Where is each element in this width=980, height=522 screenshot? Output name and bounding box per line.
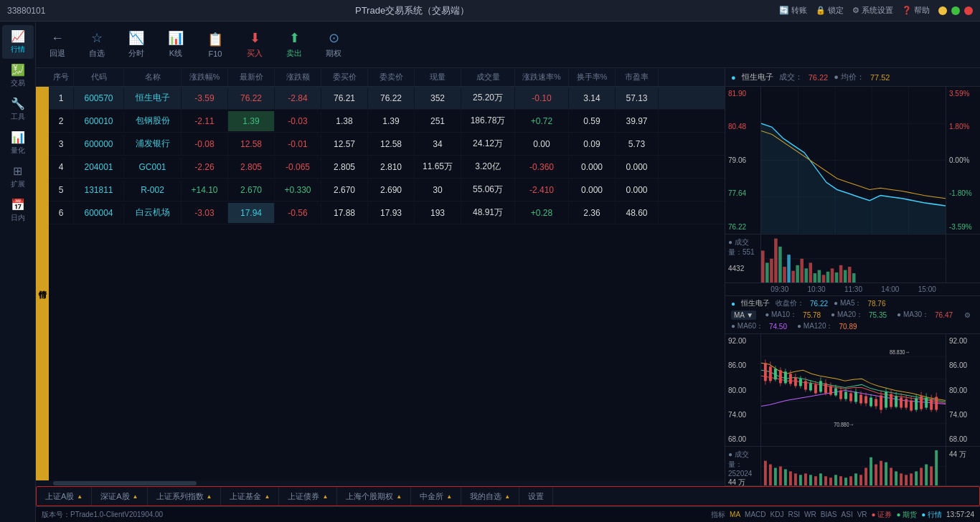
col-turnover: 换手率% [569, 68, 616, 86]
indicator-tab-vr[interactable]: VR [857, 511, 867, 518]
pct-3: -1.80% [949, 189, 977, 197]
indicator-tab-asi[interactable]: ASI [842, 511, 853, 518]
side-tab-market[interactable]: 行情 [36, 87, 49, 480]
table-row[interactable]: 5 131811 R-002 +14.10 2.670 +0.330 2.670… [49, 179, 725, 201]
kline-y-2: 80.00 [728, 386, 758, 394]
indicator-tab-zhibiao[interactable]: 指标 [711, 510, 725, 520]
ma-select[interactable]: MA ▼ [731, 310, 756, 320]
sidebar-item-quant[interactable]: 📊 量化 [2, 126, 34, 160]
table-row[interactable]: 6 600004 白云机场 -3.03 17.94 -0.56 17.88 17… [49, 201, 725, 224]
sidebar-item-trade[interactable]: 💹 交易 [2, 59, 34, 92]
sidebar-item-expand[interactable]: ⊞ 扩展 [2, 160, 34, 194]
svg-marker-7 [761, 123, 946, 234]
horizontal-scrollbar[interactable] [36, 480, 725, 486]
cell-amount: 55.06万 [461, 179, 515, 201]
watchlist-button[interactable]: ☆ 自选 [83, 27, 111, 62]
transfer-btn[interactable]: 🔄 转账 [779, 5, 807, 16]
indicator-tab-ma[interactable]: MA [730, 511, 740, 518]
kline-button[interactable]: 📊 K线 [161, 27, 190, 62]
svg-rect-135 [900, 473, 903, 485]
cell-sell: 12.58 [368, 134, 415, 154]
settings-btn[interactable]: ⚙ 系统设置 [852, 5, 893, 16]
back-button[interactable]: ← 回退 [43, 28, 72, 62]
indicator-tab-wr[interactable]: WR [804, 511, 816, 518]
table-row[interactable]: 4 204001 GC001 -2.26 2.805 -0.065 2.805 … [49, 156, 725, 179]
tab-shzc-bond[interactable]: 上证债券 ▲ [279, 487, 337, 506]
minimize-btn[interactable] [938, 6, 947, 15]
tab-my-watchlist[interactable]: 我的自选 ▲ [461, 487, 519, 506]
tab-shenzhen-a[interactable]: 上证A股 ▲ [37, 487, 92, 506]
ma30-val: 76.47 [935, 311, 953, 319]
kline-y-top: 92.00 [728, 337, 758, 345]
vol-label: ● 成交量：551 [728, 237, 758, 257]
version-info: 版本号：PTrade1.0-ClientV201904.00 [42, 510, 163, 520]
cell-seq: 4 [49, 157, 74, 177]
chart-dot-price: ● [731, 73, 736, 82]
svg-rect-118 [814, 476, 817, 485]
chart-deal-price: 76.22 [809, 73, 829, 82]
svg-rect-14 [783, 267, 786, 283]
indicator-tab-macd[interactable]: MACD [745, 511, 765, 518]
cell-speed: -0.10 [515, 88, 569, 108]
cell-name: GC001 [124, 157, 182, 177]
options-button[interactable]: ⊙ 期权 [319, 27, 348, 62]
y-price-3: 77.64 [728, 189, 758, 197]
tab-settings[interactable]: 设置 [519, 487, 553, 506]
title-bar: 33880101 PTrade交易系统（交易端） 🔄 转账 🔒 锁定 ⚙ 系统设… [0, 0, 980, 22]
table-row[interactable]: 1 600570 恒生电子 -3.59 76.22 -2.84 76.21 76… [49, 87, 725, 110]
tab-shzcf-arrow: ▲ [264, 493, 270, 500]
sell-icon: ⬆ [289, 30, 300, 46]
sidebar-label-trade: 交易 [11, 78, 25, 88]
tab-shenzen-a[interactable]: 深证A股 ▲ [92, 487, 147, 506]
tab-mwl-label: 我的自选 [470, 491, 501, 502]
tab-zjj[interactable]: 中金所 ▲ [411, 487, 461, 506]
sidebar-item-market[interactable]: 📈 行情 [2, 25, 34, 59]
tools-icon: 🔧 [11, 97, 25, 110]
sidebar-item-tools[interactable]: 🔧 工具 [2, 92, 34, 126]
help-btn[interactable]: ❓ 帮助 [902, 5, 930, 16]
svg-rect-13 [778, 247, 782, 283]
indicator-tab-kdj[interactable]: KDJ [771, 511, 784, 518]
sell-button[interactable]: ⬆ 卖出 [280, 27, 308, 62]
current-time: 13:57:24 [946, 511, 974, 518]
sidebar-item-dayinner[interactable]: 📅 日内 [2, 194, 34, 227]
cell-pe: 0.000 [616, 157, 659, 177]
kline-yr-2: 80.00 [949, 386, 977, 394]
time-5: 15:00 [918, 285, 936, 293]
ma20-label: ● MA20： [831, 310, 863, 320]
svg-rect-138 [915, 471, 918, 485]
table-row[interactable]: 2 600010 包钢股份 -2.11 1.39 -0.03 1.38 1.39… [49, 110, 725, 133]
buy-button[interactable]: ⬇ 买入 [240, 27, 269, 62]
tab-shzc-fund[interactable]: 上证基金 ▲ [221, 487, 279, 506]
cell-vol: 251 [415, 111, 461, 131]
kline-volume-chart [761, 447, 946, 485]
tab-shzcb-label: 上证债券 [288, 491, 319, 502]
tab-sh-options[interactable]: 上海个股期权 ▲ [337, 487, 411, 506]
indicator-tab-bias[interactable]: BIAS [821, 511, 837, 518]
tab-shzc-index[interactable]: 上证系列指数 ▲ [148, 487, 222, 506]
svg-rect-22 [818, 270, 821, 283]
cell-price: 17.94 [228, 203, 275, 223]
scroll-thumb[interactable] [53, 481, 197, 485]
cell-change: -0.065 [275, 157, 321, 177]
f10-button[interactable]: 📋 F10 [201, 29, 230, 61]
timeshare-button[interactable]: 📉 分时 [122, 27, 151, 62]
sidebar-label-market: 行情 [11, 44, 25, 54]
table-row[interactable]: 3 600000 浦发银行 -0.08 12.58 -0.01 12.57 12… [49, 133, 725, 156]
cell-turnover: 0.09 [569, 134, 616, 154]
main-body: 序号 代码 名称 涨跌幅% 最新价 涨跌额 委买价 委卖价 现量 成交量 涨跌速… [36, 68, 980, 486]
close-btn[interactable] [964, 6, 973, 15]
svg-rect-127 [859, 475, 862, 485]
col-code: 代码 [74, 68, 124, 86]
svg-rect-121 [829, 478, 832, 485]
tab-sza-label: 深证A股 [100, 491, 129, 502]
maximize-btn[interactable] [951, 6, 960, 15]
time-1: 09:30 [771, 285, 788, 293]
cell-code: 600010 [74, 111, 124, 131]
lock-btn[interactable]: 🔒 锁定 [816, 5, 844, 16]
volume-chart [761, 234, 946, 283]
indicator-tab-rsi[interactable]: RSI [788, 511, 800, 518]
tab-sho-label: 上海个股期权 [346, 491, 393, 502]
cell-price: 2.670 [228, 180, 275, 200]
settings-icon[interactable]: ⚙ [964, 311, 971, 319]
